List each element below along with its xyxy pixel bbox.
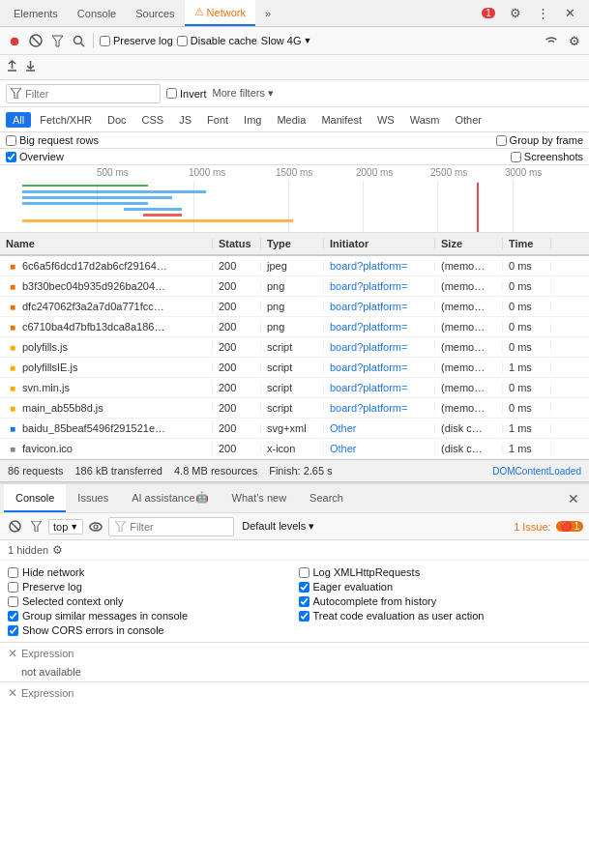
td-initiator: Other — [324, 443, 435, 454]
expr-2-close-icon[interactable]: ✕ — [8, 686, 17, 700]
td-size: (memo… — [435, 362, 503, 373]
td-initiator: board?platform= — [324, 362, 435, 373]
console-clear-icon[interactable] — [6, 518, 23, 535]
td-name: ■ dfc247062f3a2a7d0a771fcc… — [0, 300, 213, 313]
table-row[interactable]: ■ baidu_85beaf5496f291521e… 200 svg+xml … — [0, 419, 589, 439]
wifi-icon[interactable] — [543, 32, 560, 49]
table-row[interactable]: ■ favicon.ico 200 x-icon Other (disk c… … — [0, 439, 589, 459]
levels-select[interactable]: Default levels ▾ — [242, 520, 314, 533]
more-filters-button[interactable]: More filters ▾ — [213, 87, 274, 100]
table-row[interactable]: ■ svn.min.js 200 script board?platform= … — [0, 378, 589, 398]
disable-cache-checkbox[interactable]: Disable cache — [177, 35, 257, 46]
console-tab-whatsnew[interactable]: What's new — [221, 484, 299, 512]
clear-icon[interactable] — [27, 32, 44, 49]
td-size: (memo… — [435, 382, 503, 393]
td-initiator: board?platform= — [324, 321, 435, 333]
ico-file-icon: ■ — [6, 442, 19, 455]
type-pill-fetch[interactable]: Fetch/XHR — [33, 112, 99, 128]
th-status[interactable]: Status — [213, 238, 261, 249]
tab-console[interactable]: Console — [68, 0, 126, 26]
type-pill-js[interactable]: JS — [172, 112, 198, 128]
tab-more[interactable]: » — [255, 0, 280, 26]
td-status: 200 — [213, 422, 261, 434]
more-options-icon[interactable]: ⋮ — [533, 4, 552, 23]
expression-2-input[interactable] — [21, 687, 581, 699]
svg-point-10 — [94, 525, 98, 529]
tab-network[interactable]: ⚠ Network — [185, 0, 255, 26]
type-pill-font[interactable]: Font — [200, 112, 235, 128]
network-settings-icon[interactable]: ⚙ — [566, 32, 583, 49]
console-tab-issues[interactable]: Issues — [66, 484, 120, 512]
table-row[interactable]: ■ polyfills.js 200 script board?platform… — [0, 337, 589, 358]
console-opt-treat-code-evaluation-as-user-action[interactable]: Treat code evaluation as user action — [299, 610, 582, 622]
expression-1-input[interactable] — [21, 648, 581, 659]
table-row[interactable]: ■ 6c6a5f6dcd17d2ab6cf29164… 200 jpeg boa… — [0, 256, 589, 276]
td-size: (memo… — [435, 341, 503, 353]
filter-input[interactable] — [25, 88, 141, 100]
type-filter-bar: All Fetch/XHR Doc CSS JS Font Img Media … — [0, 107, 589, 132]
tab-sources[interactable]: Sources — [126, 0, 184, 26]
th-initiator[interactable]: Initiator — [324, 238, 435, 249]
eye-icon[interactable] — [87, 518, 104, 535]
th-type[interactable]: Type — [261, 238, 324, 249]
tab-elements[interactable]: Elements — [4, 0, 68, 26]
td-initiator: board?platform= — [324, 260, 435, 272]
issue-badge[interactable]: 1 Issue: 🔴 1 — [514, 521, 583, 533]
expr-1-close-icon[interactable]: ✕ — [8, 647, 17, 660]
td-status: 200 — [213, 362, 261, 373]
svg-point-9 — [90, 523, 102, 531]
preserve-log-checkbox[interactable]: Preserve log — [100, 35, 173, 46]
type-pill-img[interactable]: Img — [237, 112, 268, 128]
group-by-frame-checkbox[interactable]: Group by frame — [496, 134, 583, 146]
table-row[interactable]: ■ b3f30bec04b935d926ba204… 200 png board… — [0, 276, 589, 297]
context-selector[interactable]: top ▼ — [48, 519, 83, 535]
type-pill-ws[interactable]: WS — [370, 112, 401, 128]
console-filter-input[interactable] — [130, 521, 226, 533]
td-type: script — [261, 341, 324, 353]
console-opt-group-similar-messages-in-console[interactable]: Group similar messages in console — [8, 610, 291, 622]
type-pill-all[interactable]: All — [6, 112, 31, 128]
th-time[interactable]: Time — [503, 238, 551, 249]
type-pill-doc[interactable]: Doc — [101, 112, 133, 128]
invert-checkbox[interactable]: Invert — [166, 88, 207, 100]
console-panel: Console Issues AI assistance 🤖 What's ne… — [0, 482, 589, 704]
console-close-icon[interactable]: ✕ — [562, 491, 585, 506]
console-opt-hide-network[interactable]: Hide network — [8, 566, 291, 578]
console-opt-preserve-log[interactable]: Preserve log — [8, 581, 291, 593]
table-row[interactable]: ■ c6710ba4d7bfb13dca8a186… 200 png board… — [0, 317, 589, 337]
console-opt-eager-evaluation[interactable]: Eager evaluation — [299, 581, 582, 593]
table-row[interactable]: ■ main_ab55b8d.js 200 script board?platf… — [0, 398, 589, 419]
console-opt-show-cors-errors-in-console[interactable]: Show CORS errors in console — [8, 624, 291, 636]
download-icon[interactable] — [24, 60, 37, 74]
table-header: Name Status Type Initiator Size Time — [0, 233, 589, 256]
console-tab-ai[interactable]: AI assistance 🤖 — [120, 484, 220, 512]
table-row[interactable]: ■ dfc247062f3a2a7d0a771fcc… 200 png boar… — [0, 297, 589, 317]
throttle-select[interactable]: Slow 4G ▼ — [261, 35, 312, 46]
overview-checkbox[interactable]: Overview — [6, 151, 64, 162]
type-pill-other[interactable]: Other — [448, 112, 488, 128]
tl-label-1500: 1500 ms — [276, 167, 312, 178]
console-opt-autocomplete-from-history[interactable]: Autocomplete from history — [299, 595, 582, 607]
console-opt-selected-context-only[interactable]: Selected context only — [8, 595, 291, 607]
th-name[interactable]: Name — [0, 238, 213, 249]
type-pill-media[interactable]: Media — [270, 112, 312, 128]
console-tab-search[interactable]: Search — [298, 484, 355, 512]
console-filter-icon[interactable] — [27, 518, 44, 535]
console-opt-log-xmlhttprequests[interactable]: Log XMLHttpRequests — [299, 566, 582, 578]
notification-icon[interactable]: 1 — [479, 4, 498, 23]
table-row[interactable]: ■ polyfillsIE.js 200 script board?platfo… — [0, 358, 589, 378]
type-pill-css[interactable]: CSS — [135, 112, 171, 128]
close-devtools-icon[interactable]: ✕ — [560, 4, 579, 23]
settings-icon[interactable]: ⚙ — [506, 4, 525, 23]
record-stop-icon[interactable]: ⏺ — [6, 32, 23, 49]
type-pill-manifest[interactable]: Manifest — [314, 112, 368, 128]
big-request-rows-checkbox[interactable]: Big request rows — [6, 134, 99, 146]
search-icon[interactable] — [70, 32, 87, 49]
filter-icon[interactable] — [48, 32, 66, 49]
upload-icon[interactable] — [6, 60, 18, 74]
screenshots-checkbox[interactable]: Screenshots — [511, 151, 583, 162]
hidden-settings-icon[interactable]: ⚙ — [52, 543, 63, 557]
th-size[interactable]: Size — [435, 238, 503, 249]
console-tab-console[interactable]: Console — [4, 484, 66, 512]
type-pill-wasm[interactable]: Wasm — [403, 112, 447, 128]
